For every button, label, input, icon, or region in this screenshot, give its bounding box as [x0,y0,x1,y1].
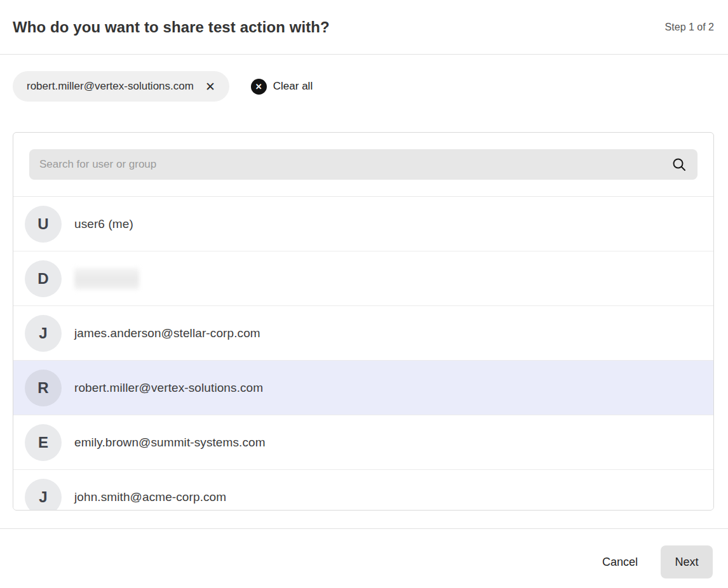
clear-all-button[interactable]: ✕ Clear all [251,79,313,95]
user-picker-panel: U user6 (me) D J james.anderson@stellar-… [13,132,714,511]
avatar: J [25,479,62,511]
avatar: D [25,260,62,297]
search-input[interactable] [29,149,698,180]
next-button[interactable]: Next [661,545,713,578]
user-label [74,268,139,290]
user-label: james.anderson@stellar-corp.com [74,326,260,340]
clear-all-icon: ✕ [251,79,267,95]
avatar: U [25,206,62,243]
user-label: john.smith@acme-corp.com [74,490,226,504]
user-row[interactable]: U user6 (me) [13,197,713,251]
recipient-chip: robert.miller@vertex-solutions.com ✕ [13,71,229,102]
user-row[interactable]: E emily.brown@summit-systems.com [13,415,713,470]
user-list: U user6 (me) D J james.anderson@stellar-… [13,197,713,511]
user-row[interactable]: J james.anderson@stellar-corp.com [13,306,713,361]
cancel-button[interactable]: Cancel [600,552,640,573]
avatar: E [25,424,62,461]
avatar: J [25,315,62,352]
recipient-chip-label: robert.miller@vertex-solutions.com [27,80,194,93]
user-label: user6 (me) [74,217,133,231]
selected-recipients-row: robert.miller@vertex-solutions.com ✕ ✕ C… [13,71,715,102]
avatar: R [25,370,62,406]
user-row[interactable]: D [13,251,713,306]
chip-remove-icon[interactable]: ✕ [204,79,217,94]
user-row[interactable]: R robert.miller@vertex-solutions.com [13,361,713,415]
dialog-header: Who do you want to share test action wit… [0,0,728,55]
user-label: emily.brown@summit-systems.com [74,436,266,450]
dialog-footer: Cancel Next [0,528,728,578]
user-label: robert.miller@vertex-solutions.com [74,381,263,395]
page-title: Who do you want to share test action wit… [13,18,330,36]
step-indicator: Step 1 of 2 [665,22,714,33]
user-row[interactable]: J john.smith@acme-corp.com [13,470,713,511]
clear-all-label: Clear all [273,80,313,93]
search-area [13,133,713,197]
